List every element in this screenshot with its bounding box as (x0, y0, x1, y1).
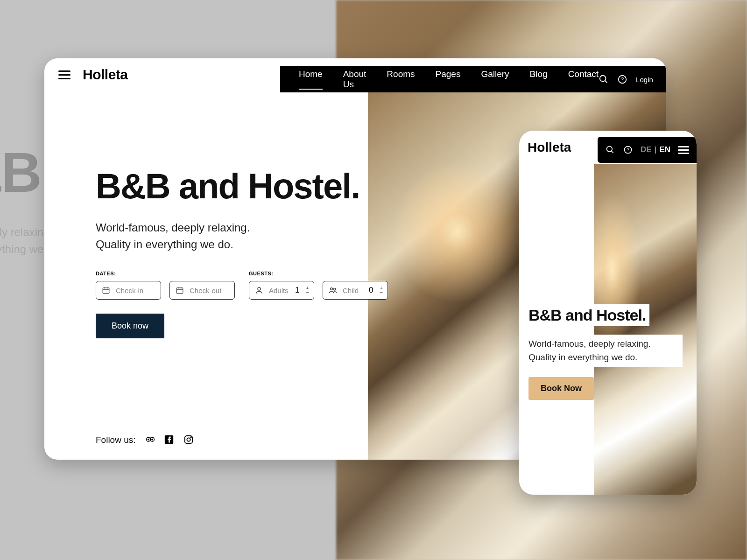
adults-label: Adults (269, 287, 289, 294)
mobile-language-switcher: DE | EN (641, 145, 670, 154)
nav-about[interactable]: About Us (343, 69, 366, 90)
nav-pages[interactable]: Pages (436, 69, 461, 90)
mobile-hero: B&B and Hostel. World-famous, deeply rel… (519, 164, 697, 400)
guests-column: GUESTS: Adults 1 +− Child 0 +− (249, 271, 388, 300)
mobile-book-button[interactable]: Book Now (529, 377, 594, 400)
adults-field[interactable]: Adults 1 +− (249, 281, 314, 300)
svg-point-14 (334, 288, 336, 291)
help-icon[interactable]: ? (617, 74, 627, 84)
nav-blog[interactable]: Blog (530, 69, 548, 90)
facebook-icon[interactable] (164, 434, 175, 446)
instagram-icon[interactable] (183, 434, 195, 446)
calendar-icon (175, 285, 185, 295)
svg-point-18 (151, 439, 153, 441)
svg-line-24 (611, 151, 613, 153)
svg-line-1 (605, 81, 607, 83)
lang-separator: | (655, 145, 657, 154)
calendar-icon (101, 285, 111, 295)
hero-subtitle: World-famous, deeply relaxing. Quality i… (96, 219, 273, 253)
mobile-mockup: Holleta ? DE | EN B&B and Hostel. World-… (519, 131, 697, 495)
nav-home[interactable]: Home (299, 69, 323, 90)
mobile-topbar: ? DE | EN (598, 137, 697, 163)
bg-big-text: &B (0, 140, 40, 204)
lang-de[interactable]: DE (641, 145, 652, 154)
svg-point-22 (190, 437, 191, 438)
svg-point-0 (600, 76, 606, 82)
book-now-button[interactable]: Book now (96, 314, 164, 338)
search-icon[interactable] (605, 145, 615, 155)
main-navbar: Home About Us Rooms Pages Gallery Blog C… (280, 66, 666, 92)
follow-label: Follow us: (96, 435, 136, 445)
hamburger-icon[interactable] (58, 70, 70, 79)
search-icon[interactable] (599, 74, 609, 84)
svg-point-17 (148, 439, 149, 441)
brand-logo[interactable]: Holleta (83, 67, 128, 83)
person-icon (254, 285, 264, 295)
checkout-placeholder: Check-out (190, 287, 221, 294)
nav-right: ? Login DE | EN (599, 74, 666, 84)
mobile-hero-title: B&B and Hostel. (529, 304, 649, 326)
nav-items: Home About Us Rooms Pages Gallery Blog C… (299, 69, 599, 90)
child-value: 0 (369, 286, 373, 295)
adults-value: 1 (295, 286, 299, 295)
people-icon (328, 285, 338, 295)
hero-title: B&B and Hostel. (96, 166, 365, 206)
adults-stepper[interactable]: +− (306, 286, 309, 294)
mobile-brand-logo[interactable]: Holleta (528, 140, 571, 155)
nav-rooms[interactable]: Rooms (387, 69, 415, 90)
svg-point-23 (606, 147, 612, 152)
svg-point-21 (187, 438, 190, 441)
child-field[interactable]: Child 0 +− (323, 281, 388, 300)
lang-en[interactable]: EN (659, 145, 670, 154)
hamburger-icon[interactable] (678, 146, 689, 154)
nav-gallery[interactable]: Gallery (481, 69, 509, 90)
checkout-field[interactable]: Check-out (169, 281, 235, 300)
svg-rect-8 (176, 288, 183, 294)
help-icon[interactable]: ? (623, 145, 633, 155)
mobile-hero-subtitle: World-famous, deeply relaxing. Quality i… (529, 335, 683, 367)
tripadvisor-icon[interactable] (144, 434, 155, 446)
svg-text:?: ? (621, 77, 624, 82)
dates-column: DATES: Check-in Check-out (96, 271, 235, 300)
dates-label: DATES: (96, 271, 235, 276)
checkin-field[interactable]: Check-in (96, 281, 161, 300)
svg-point-12 (258, 287, 261, 290)
follow-us: Follow us: (96, 434, 195, 446)
child-stepper[interactable]: +− (380, 286, 383, 294)
login-link[interactable]: Login (636, 76, 653, 84)
svg-text:?: ? (627, 147, 629, 152)
svg-point-13 (331, 288, 333, 290)
child-label: Child (343, 287, 359, 294)
nav-contact[interactable]: Contact (568, 69, 599, 90)
checkin-placeholder: Check-in (116, 287, 143, 294)
guests-label: GUESTS: (249, 271, 388, 276)
svg-rect-4 (103, 288, 109, 294)
